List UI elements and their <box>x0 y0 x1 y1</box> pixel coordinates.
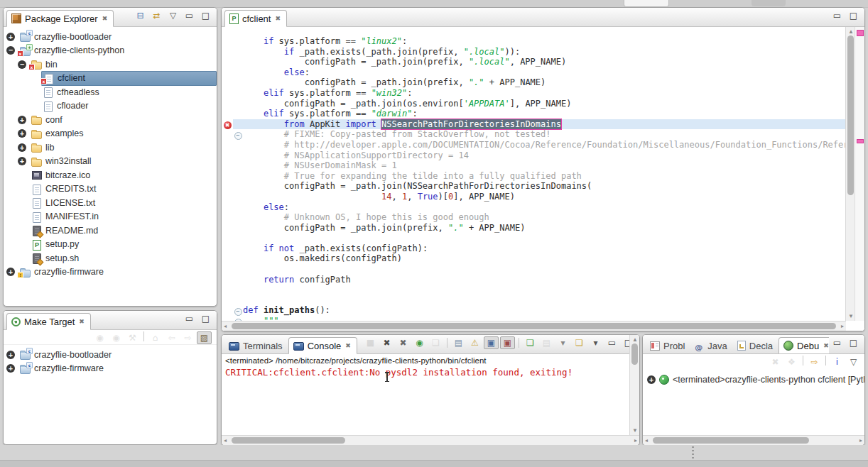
tab-close-icon[interactable]: ✖ <box>345 342 351 349</box>
maximize-icon[interactable]: □ <box>846 9 861 22</box>
new-console-dropdown-icon[interactable]: ▾ <box>588 336 603 349</box>
fold-gutter[interactable] <box>233 202 243 213</box>
collapse-icon[interactable]: − <box>234 308 242 316</box>
fold-gutter[interactable] <box>233 99 243 109</box>
scroll-left-arrow[interactable]: ◂ <box>224 436 227 445</box>
fold-gutter[interactable] <box>233 253 243 264</box>
tree-item-lib[interactable]: +lib <box>6 141 217 155</box>
pin-console-icon[interactable]: ▣ <box>484 336 499 349</box>
fold-gutter[interactable]: − <box>233 305 243 316</box>
fold-gutter[interactable] <box>233 171 243 182</box>
fold-gutter[interactable] <box>233 67 243 78</box>
fold-gutter[interactable] <box>233 36 243 47</box>
tree-item-crazyflie-bootloader[interactable]: +ccrazyflie-bootloader <box>6 30 217 44</box>
copy-icon[interactable]: ❏ <box>428 336 443 349</box>
tree-item-crazyflie-bootloader[interactable]: +ccrazyflie-bootloader <box>6 348 217 362</box>
fold-gutter[interactable] <box>233 285 243 295</box>
back-icon[interactable]: ⇦ <box>164 331 179 344</box>
remove-terminated-icon[interactable]: ✖ <box>768 356 783 368</box>
fold-gutter[interactable] <box>233 181 243 192</box>
display-selected-console-icon[interactable]: ▤ <box>539 336 554 349</box>
tree-item-win32install[interactable]: +win32install <box>6 155 217 169</box>
tab-close-icon[interactable]: ✖ <box>102 15 108 22</box>
tree-item-cfheadless[interactable]: cfheadless <box>6 85 217 99</box>
tree-item-credits-txt[interactable]: CREDITS.txt <box>6 182 217 197</box>
console-horizontal-scrollbar[interactable]: ◂ ▸ <box>222 435 639 445</box>
debug-horizontal-scrollbar[interactable]: ◂ ▸ <box>643 435 864 445</box>
debug-launch-item[interactable]: + <terminated>crazyflie-clients-python c… <box>643 368 864 387</box>
minimize-icon[interactable]: ▭ <box>604 336 619 349</box>
clear-console-icon[interactable]: ▤ <box>451 336 466 349</box>
tree-item-crazyflie-firmware[interactable]: +!crazyflie-firmware <box>6 265 217 280</box>
build-target-icon[interactable]: ◉ <box>92 331 107 344</box>
editor-horizontal-scrollbar[interactable]: ◂ ▸ <box>222 321 846 331</box>
scrollbar-thumb[interactable] <box>232 323 836 329</box>
console-tab-console[interactable]: Console✖ <box>288 337 357 354</box>
code-area[interactable]: if sys.platform == "linux2": if _path.ex… <box>222 27 846 321</box>
scroll-lock-icon[interactable]: ⚠ <box>467 336 482 349</box>
fold-gutter[interactable] <box>233 47 243 57</box>
editor-vertical-scrollbar[interactable]: ▲ ▼ <box>845 27 855 321</box>
expander-icon[interactable]: + <box>6 33 15 41</box>
fold-gutter[interactable] <box>233 77 243 88</box>
rebuild-target-icon[interactable]: ◉ <box>109 331 124 344</box>
expander-icon[interactable]: + <box>18 129 26 138</box>
expander-icon[interactable]: + <box>6 268 15 276</box>
tree-item-conf[interactable]: +conf <box>6 113 217 127</box>
scroll-down-arrow[interactable]: ▼ <box>632 426 638 435</box>
view-tab-package-explorer[interactable]: Package Explorer✖ <box>6 10 114 27</box>
tree-item-examples[interactable]: +examples <box>6 127 217 141</box>
tree-item-setup-sh[interactable]: setup.sh <box>6 251 217 265</box>
resume-icon[interactable]: ⇨ <box>807 356 822 368</box>
fold-gutter[interactable]: − <box>233 129 243 140</box>
fold-gutter[interactable] <box>233 140 243 150</box>
maximize-icon[interactable]: □ <box>846 336 861 349</box>
relaunch-icon[interactable]: ◉ <box>412 336 427 349</box>
reconnect-icon[interactable]: ❖ <box>784 356 799 368</box>
fold-gutter[interactable] <box>233 119 243 130</box>
tree-item-setup-py[interactable]: setup.py <box>6 238 217 252</box>
show-console-on-stderr-icon[interactable]: ▣ <box>500 336 515 349</box>
tree-item-cfclient[interactable]: xcfclient <box>6 72 217 86</box>
home-icon[interactable]: ⌂ <box>148 331 163 344</box>
remove-launch-icon[interactable]: ✖ <box>379 336 394 349</box>
tree-item-crazyflie-firmware[interactable]: +ccrazyflie-firmware <box>6 362 217 376</box>
fold-gutter[interactable] <box>233 233 243 243</box>
console-vertical-scrollbar[interactable]: ▲ ▼ <box>629 335 639 435</box>
fold-gutter[interactable] <box>233 109 243 119</box>
console-tab-terminals[interactable]: Terminals <box>224 338 288 353</box>
tree-item-readme-md[interactable]: README.md <box>6 224 217 238</box>
view-tab-make-target[interactable]: Make Target✖ <box>6 313 91 330</box>
scroll-left-arrow[interactable]: ◂ <box>645 436 648 445</box>
build-hammer-icon[interactable]: ⚒ <box>125 331 140 344</box>
expander-icon[interactable]: + <box>6 351 15 359</box>
scroll-right-arrow[interactable]: ▸ <box>841 322 844 331</box>
expander-icon[interactable]: + <box>647 375 656 384</box>
fold-gutter[interactable] <box>233 88 243 99</box>
minimize-icon[interactable]: ▭ <box>182 9 197 22</box>
minimize-icon[interactable]: ▭ <box>830 336 845 349</box>
scrollbar-thumb[interactable] <box>847 35 854 195</box>
fold-gutter[interactable] <box>233 150 243 161</box>
expander-icon[interactable]: + <box>18 143 26 152</box>
fold-gutter[interactable] <box>233 275 243 285</box>
remove-all-launches-icon[interactable]: ✖ <box>396 336 411 349</box>
tree-item-bitcraze-ico[interactable]: bitcraze.ico <box>6 168 217 182</box>
tree-item-manifest-in[interactable]: MANIFEST.in <box>6 210 217 224</box>
new-console-view-icon[interactable]: ❏ <box>572 336 587 349</box>
view-tab-java[interactable]: Java <box>690 338 732 353</box>
fold-gutter[interactable] <box>233 264 243 275</box>
scroll-left-arrow[interactable]: ◂ <box>224 322 227 331</box>
minimize-icon[interactable]: ▭ <box>830 9 845 22</box>
view-tab-probl[interactable]: Probl <box>646 338 690 353</box>
sash-drag-handle[interactable] <box>692 446 694 459</box>
open-console-icon[interactable]: ❏ <box>523 336 538 349</box>
fold-gutter[interactable] <box>233 57 243 67</box>
tab-close-icon[interactable]: ✖ <box>79 318 85 325</box>
tree-item-cfloader[interactable]: cfloader <box>6 99 217 114</box>
tree-item-license-txt[interactable]: LICENSE.txt <box>6 196 217 210</box>
maximize-icon[interactable]: □ <box>198 312 213 325</box>
minimize-icon[interactable]: ▭ <box>182 312 197 325</box>
fold-gutter[interactable] <box>233 223 243 234</box>
expander-icon[interactable]: + <box>6 364 15 373</box>
